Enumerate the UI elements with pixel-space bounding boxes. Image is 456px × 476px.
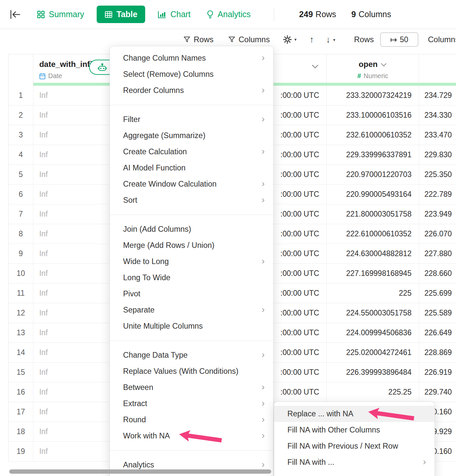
cell-next[interactable]: 225.350: [419, 165, 456, 184]
menu-item[interactable]: Wide to Long›: [110, 253, 273, 270]
cell-open[interactable]: 224.009994506836: [327, 323, 419, 342]
cell-next[interactable]: 228.869: [419, 343, 456, 362]
cell-open[interactable]: 232.610000610352: [327, 125, 419, 145]
tab-analytics[interactable]: Analytics: [203, 6, 254, 23]
filter-rows-button[interactable]: Rows: [183, 35, 213, 44]
menu-item[interactable]: Change Data Type›: [110, 347, 273, 363]
cell-next[interactable]: 234.330: [419, 105, 456, 125]
menu-item[interactable]: Unite Multiple Columns: [110, 318, 273, 334]
cell-next[interactable]: 223.949: [419, 204, 456, 224]
submenu-arrow-icon: ›: [262, 50, 265, 66]
menu-item[interactable]: Separate›: [110, 302, 273, 318]
cell-open[interactable]: 233.320007324219: [327, 86, 419, 105]
cell-open[interactable]: 225.25: [327, 382, 419, 402]
menu-item-label: Analytics: [123, 461, 154, 469]
menu-item[interactable]: Aggregate (Summarize): [110, 128, 273, 144]
menu-item-label: Aggregate (Summarize): [123, 131, 205, 140]
cell-next[interactable]: 226.919: [419, 363, 456, 382]
cell-open[interactable]: 225.020004272461: [327, 343, 419, 362]
cell-next[interactable]: 222.789: [419, 185, 456, 204]
cell-next[interactable]: 233.470: [419, 125, 456, 145]
cell-open[interactable]: 222.610000610352: [327, 224, 419, 244]
menu-item[interactable]: Select (Remove) Columns: [110, 66, 273, 82]
menu-item-label: Sort: [123, 196, 137, 204]
submenu-arrow-icon: ›: [262, 302, 265, 317]
menu-item[interactable]: Round›: [110, 412, 273, 428]
cell-open[interactable]: 229.339996337891: [327, 145, 419, 164]
menu-item[interactable]: AI Model Function: [110, 160, 273, 176]
row-limit-input[interactable]: ↦ 50: [380, 32, 418, 47]
menu-item[interactable]: Create Calculation›: [110, 144, 273, 160]
cell-next[interactable]: 228.660: [419, 264, 456, 283]
row-number: 19: [9, 442, 33, 461]
cell-next[interactable]: 226.070: [419, 224, 456, 244]
column-header-partial[interactable]: [419, 54, 456, 86]
funnel-icon: [183, 36, 190, 43]
menu-item[interactable]: Merge (Add Rows / Union): [110, 237, 273, 253]
menu-item-label: Fill NA with Previous / Next Row: [287, 442, 398, 450]
menu-item-label: Fill NA with ...: [287, 458, 334, 466]
row-number: 12: [9, 303, 33, 323]
settings-menu-button[interactable]: ▼: [283, 35, 297, 44]
menu-item[interactable]: Fill NA with Previous / Next Row: [274, 438, 435, 454]
row-count-label: Rows: [315, 10, 336, 19]
menu-item-label: Separate: [123, 306, 154, 314]
horizontal-scrollbar[interactable]: [9, 469, 271, 474]
menu-item[interactable]: Change Column Names›: [110, 50, 273, 66]
cell-open[interactable]: 220.970001220703: [327, 165, 419, 184]
cell-next[interactable]: 225.699: [419, 283, 456, 303]
menu-item[interactable]: Join (Add Columns): [110, 221, 273, 237]
cell-open[interactable]: 224.550003051758: [327, 303, 419, 323]
cell-open[interactable]: 221.800003051758: [327, 204, 419, 224]
cell-open[interactable]: 233.100006103516: [327, 105, 419, 125]
menu-item-label: Create Window Calculation: [123, 180, 216, 188]
chevron-down-icon[interactable]: [312, 64, 318, 70]
submenu-arrow-icon: ›: [262, 253, 265, 269]
cell-next[interactable]: 227.880: [419, 244, 456, 263]
cell-next[interactable]: 226.649: [419, 323, 456, 342]
cell-next[interactable]: 234.729: [419, 86, 456, 105]
chevron-down-icon[interactable]: [381, 60, 387, 69]
tab-summary[interactable]: Summary: [34, 6, 87, 23]
filter-rows-label: Rows: [194, 35, 213, 44]
download-menu-button[interactable]: ↓ ▼: [326, 35, 336, 45]
column-type-label: Numeric: [364, 72, 388, 80]
tab-table[interactable]: Table: [97, 6, 145, 23]
menu-item[interactable]: Reorder Columns›: [110, 82, 273, 99]
menu-item[interactable]: Replace Values (With Conditions): [110, 363, 273, 379]
cell-open[interactable]: 224.630004882812: [327, 244, 419, 263]
column-header-open[interactable]: open # Numeric: [327, 54, 419, 86]
cell-next[interactable]: 229.830: [419, 145, 456, 164]
menu-item[interactable]: Create Window Calculation›: [110, 176, 273, 192]
menu-item[interactable]: Extract›: [110, 396, 273, 412]
menu-item[interactable]: Between›: [110, 379, 273, 396]
filter-columns-label: Columns: [239, 35, 270, 44]
columns-pager-label: Columns: [428, 35, 456, 44]
row-number: 10: [9, 264, 33, 283]
tab-chart[interactable]: Chart: [154, 6, 194, 23]
filter-columns-button[interactable]: Columns: [228, 35, 270, 44]
cell-open[interactable]: 226.399993896484: [327, 363, 419, 382]
menu-item[interactable]: Filter›: [110, 111, 273, 128]
menu-item[interactable]: Pivot: [110, 286, 273, 302]
toolbar-divider: [274, 8, 274, 21]
menu-item[interactable]: Long To Wide: [110, 270, 273, 286]
cell-open[interactable]: 227.169998168945: [327, 264, 419, 283]
menu-item-label: Merge (Add Rows / Union): [123, 241, 214, 250]
row-number: 18: [9, 422, 33, 441]
goto-row-icon: ↦: [390, 35, 397, 45]
app-window: Summary Table Chart: [0, 0, 456, 476]
cell-open[interactable]: 220.990005493164: [327, 185, 419, 204]
cell-next[interactable]: 225.589: [419, 303, 456, 323]
cell-next[interactable]: 229.740: [419, 382, 456, 402]
column-count: 9Columns: [351, 10, 391, 19]
column-title: open: [359, 60, 377, 69]
menu-item[interactable]: Fill NA with ...›: [274, 454, 435, 470]
collapse-back-button[interactable]: [9, 9, 21, 20]
tab-chart-label: Chart: [170, 10, 190, 19]
menu-item-label: Extract: [123, 399, 147, 408]
cell-open[interactable]: 225: [327, 283, 419, 303]
menu-item-label: Filter: [123, 115, 140, 124]
menu-item[interactable]: Sort›: [110, 192, 273, 208]
export-up-button[interactable]: ↑: [309, 35, 314, 45]
